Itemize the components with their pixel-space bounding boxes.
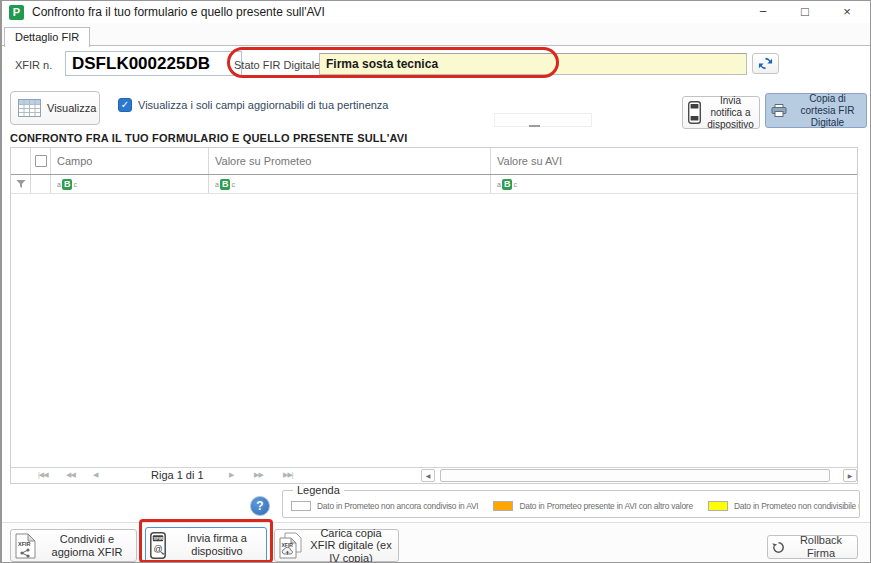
filter-cell-campo[interactable]: aBc (50, 175, 208, 193)
grid-pager: |◀◀ ◀◀ ◀ Riga 1 di 1 ▶ ▶▶ ▶▶| ◀ ▶ (11, 467, 857, 483)
close-button[interactable]: × (826, 1, 868, 23)
phone-sign-icon: XFIR@ (150, 532, 166, 559)
only-updatable-checkbox[interactable]: ✓ (118, 98, 132, 112)
faded-popup-remnant (494, 113, 592, 127)
pager-next-page-icon[interactable]: ▶▶ (254, 471, 263, 479)
window-controls: − □ × (742, 1, 868, 23)
invia-notifica-label: Invia notifica a dispositivo (705, 95, 756, 131)
text-filter-icon: aBc (57, 179, 77, 190)
window-title: Confronto fra il tuo formulario e quello… (32, 5, 325, 19)
grid-header-indicator-cell (11, 148, 30, 174)
app-logo-icon: P (9, 5, 24, 20)
invia-notifica-button[interactable]: Invia notifica a dispositivo (682, 96, 760, 129)
app-window: P Confronto fra il tuo formulario e quel… (0, 0, 871, 563)
filter-row-checkbox-cell (30, 175, 50, 193)
rollback-icon (772, 541, 785, 554)
printer-icon (771, 103, 787, 118)
filter-row-indicator-cell (11, 175, 30, 193)
upload-documents-icon: XFIR (279, 532, 302, 559)
rollback-firma-label: Rollback Firma (789, 534, 853, 559)
text-filter-icon: aBc (497, 179, 517, 190)
visualizza-button[interactable]: Visualizza (10, 91, 100, 125)
column-header-valore-avi[interactable]: Valore su AVI (490, 148, 857, 174)
hscroll-thumb[interactable] (440, 469, 830, 482)
invia-firma-label: Invia firma a dispositivo (172, 532, 262, 557)
grid-header-select-all-cell (30, 148, 50, 174)
svg-text:XFIR: XFIR (18, 541, 31, 547)
xfir-label: XFIR n. (15, 59, 52, 71)
legend-label-different-value: Dato in Prometeo presente in AVI con alt… (519, 501, 692, 511)
footer-bar: XFIR Condividi e aggiorna XFIR XFIR@ Inv… (2, 522, 870, 563)
confronto-grid: Campo Valore su Prometeo Valore su AVI a… (10, 147, 858, 484)
grid-icon (18, 99, 41, 117)
pager-next-icon[interactable]: ▶ (229, 471, 233, 479)
invia-firma-button[interactable]: XFIR@ Invia firma a dispositivo (145, 527, 267, 563)
pager-status-text: Riga 1 di 1 (151, 469, 204, 481)
rollback-firma-button[interactable]: Rollback Firma (767, 535, 858, 559)
stato-fir-label: Stato FIR Digitale (234, 59, 320, 71)
pager-first-icon[interactable]: |◀◀ (38, 471, 48, 479)
legend-label-not-shareable: Dato in Prometeo non condivisibile in AV… (734, 501, 859, 511)
pager-prev-page-icon[interactable]: ◀◀ (66, 471, 75, 479)
legend-swatch-different-value (493, 501, 513, 511)
legend-swatch-not-shareable (708, 501, 728, 511)
column-header-valore-prometeo[interactable]: Valore su Prometeo (208, 148, 490, 174)
help-icon[interactable]: ? (250, 496, 270, 516)
tab-strip: Dettaglio FIR (2, 23, 870, 46)
stato-fir-field[interactable] (319, 53, 747, 75)
carica-copia-label: Carica copia XFIR digitale (ex IV copia) (308, 527, 394, 563)
legend-label-not-shared: Dato in Prometeo non ancora condiviso in… (317, 501, 478, 511)
pager-last-icon[interactable]: ▶▶| (283, 471, 293, 479)
refresh-button[interactable] (752, 53, 779, 74)
sync-icon (758, 56, 773, 71)
select-all-checkbox[interactable] (35, 155, 47, 167)
condividi-aggiorna-label: Condividi e aggiorna XFIR (42, 533, 132, 558)
legend-title: Legenda (293, 484, 344, 496)
funnel-filter-icon (16, 179, 26, 189)
grid-header-row: Campo Valore su Prometeo Valore su AVI (11, 148, 857, 175)
tab-dettaglio-fir[interactable]: Dettaglio FIR (4, 27, 90, 47)
carica-copia-button[interactable]: XFIR Carica copia XFIR digitale (ex IV c… (274, 529, 399, 562)
only-updatable-checkbox-label: Visualizza i soli campi aggiornabili di … (138, 99, 389, 111)
condividi-aggiorna-button[interactable]: XFIR Condividi e aggiorna XFIR (10, 529, 137, 562)
grid-section-title: CONFRONTO FRA IL TUO FORMULARIO E QUELLO… (10, 132, 408, 144)
svg-text:XFIR: XFIR (153, 536, 163, 541)
legend-box: Legenda Dato in Prometeo non ancora cond… (282, 490, 860, 518)
hscroll-right-arrow[interactable]: ▶ (843, 469, 857, 482)
grid-filter-row: aBc aBc aBc (11, 175, 857, 194)
share-document-icon: XFIR (15, 533, 36, 559)
pager-prev-icon[interactable]: ◀ (93, 471, 97, 479)
hscroll-left-arrow[interactable]: ◀ (421, 469, 435, 482)
copia-cortesia-label: Copia di cortesia FIR Digitale (791, 93, 864, 129)
maximize-button[interactable]: □ (784, 1, 826, 23)
text-filter-icon: aBc (215, 179, 235, 190)
legend-swatch-not-shared (291, 501, 311, 511)
minimize-button[interactable]: − (742, 1, 784, 23)
filter-cell-valore-prometeo[interactable]: aBc (208, 175, 490, 193)
copia-cortesia-button[interactable]: Copia di cortesia FIR Digitale (765, 93, 867, 128)
phone-notify-icon (688, 101, 701, 124)
filter-cell-valore-avi[interactable]: aBc (490, 175, 857, 193)
visualizza-label: Visualizza (47, 102, 96, 114)
xfir-number-input[interactable] (65, 51, 242, 76)
column-header-campo[interactable]: Campo (50, 148, 208, 174)
title-bar: P Confronto fra il tuo formulario e quel… (2, 1, 870, 23)
